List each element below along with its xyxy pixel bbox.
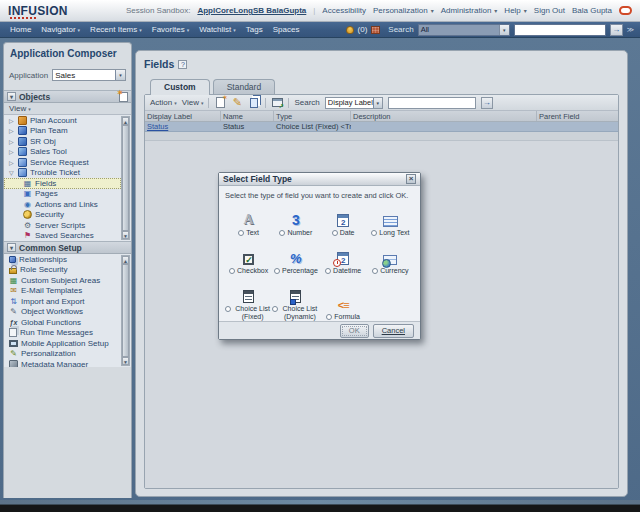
- create-object-icon[interactable]: [119, 92, 128, 102]
- list-item-personalization[interactable]: ✎ Personalization: [4, 349, 121, 360]
- tree-item-service-request[interactable]: ▷ Service Request: [4, 157, 121, 168]
- view-menu-button[interactable]: View ▾: [182, 98, 204, 107]
- list-item-import-and-export[interactable]: ⇅ Import and Export: [4, 296, 121, 307]
- cancel-button[interactable]: Cancel: [373, 324, 414, 338]
- dialog-title-bar[interactable]: Select Field Type ×: [219, 173, 420, 186]
- application-select[interactable]: Sales ▾: [52, 69, 126, 81]
- nav-navigator[interactable]: Navigator▾: [41, 25, 80, 34]
- tree-item-server-scripts[interactable]: ⚙ Server Scripts: [4, 220, 121, 231]
- administration-menu[interactable]: Administration: [441, 6, 492, 15]
- scroll-down-icon[interactable]: ▼: [122, 231, 129, 239]
- tree-item-plan-team[interactable]: ▷ Plan Team: [4, 126, 121, 137]
- tab-standard[interactable]: Standard: [213, 79, 276, 95]
- tree-item-actions-and-links[interactable]: ◉ Actions and Links: [4, 199, 121, 210]
- column-header-description[interactable]: Description: [351, 111, 537, 121]
- expand-icon[interactable]: ▷: [9, 148, 15, 155]
- radio-date[interactable]: [332, 230, 338, 236]
- tree-item-security[interactable]: Security: [4, 210, 121, 221]
- tree-item-sr-obj[interactable]: ▷ SR Obj: [4, 136, 121, 147]
- collapse-tree-icon[interactable]: ▽: [9, 169, 15, 176]
- option-datetime[interactable]: 2 Datetime: [320, 242, 367, 275]
- nav-spaces[interactable]: Spaces: [273, 25, 300, 34]
- fields-search-input[interactable]: [388, 97, 476, 109]
- tree-item-trouble-ticket[interactable]: ▽ Trouble Ticket: [4, 168, 121, 179]
- column-header-name[interactable]: Name: [221, 111, 274, 121]
- expand-icon[interactable]: ▷: [9, 117, 15, 124]
- tree-item-pages[interactable]: ▣ Pages: [4, 189, 121, 200]
- notifications-bell-icon[interactable]: [346, 26, 354, 34]
- option-long-text[interactable]: Long Text: [367, 204, 414, 237]
- scrollbar-thumb[interactable]: [122, 264, 129, 357]
- list-item-run-time-messages[interactable]: Run Time Messages: [4, 328, 121, 339]
- tab-custom[interactable]: Custom: [150, 79, 210, 95]
- personalization-menu[interactable]: Personalization: [373, 6, 428, 15]
- expand-icon[interactable]: ▷: [9, 138, 15, 145]
- collapse-icon[interactable]: ▾: [7, 243, 16, 252]
- option-choice-list-dynamic[interactable]: Choice List (Dynamic): [272, 280, 319, 321]
- radio-choice-list-fixed[interactable]: [225, 306, 231, 312]
- option-text[interactable]: A Text: [225, 204, 272, 237]
- scroll-up-icon[interactable]: ▲: [122, 117, 129, 125]
- list-item-global-functions[interactable]: ƒx Global Functions: [4, 317, 121, 328]
- radio-checkbox[interactable]: [229, 268, 235, 274]
- radio-number[interactable]: [279, 230, 285, 236]
- radio-currency[interactable]: [372, 268, 378, 274]
- close-icon[interactable]: ×: [406, 174, 416, 184]
- ok-button[interactable]: OK: [340, 324, 369, 338]
- radio-percentage[interactable]: [274, 268, 280, 274]
- option-formula[interactable]: <≡ Formula: [320, 280, 367, 321]
- list-item-mobile-application-setup[interactable]: Mobile Application Setup: [4, 338, 121, 349]
- help-menu[interactable]: Help: [504, 6, 520, 15]
- radio-datetime[interactable]: [325, 268, 331, 274]
- radio-formula[interactable]: [326, 314, 332, 320]
- column-header-type[interactable]: Type: [274, 111, 351, 121]
- expand-icon[interactable]: ▷: [9, 127, 15, 134]
- advanced-search-icon[interactable]: ≫: [627, 26, 634, 34]
- list-item-custom-subject-areas[interactable]: ▦ Custom Subject Areas: [4, 275, 121, 286]
- field-status-link[interactable]: Status: [147, 122, 168, 131]
- session-sandbox-link[interactable]: ApplCoreLongSB BalaGupta: [197, 6, 306, 15]
- nav-watchlist[interactable]: Watchlist▾: [199, 25, 236, 34]
- search-scope-select[interactable]: All ▾: [418, 24, 510, 36]
- list-item-relationships[interactable]: Relationships: [4, 254, 121, 265]
- expand-icon[interactable]: ▷: [9, 159, 15, 166]
- help-icon[interactable]: ?: [178, 60, 187, 69]
- tree-item-plan-account[interactable]: ▷ Plan Account: [4, 115, 121, 126]
- option-currency[interactable]: Currency: [367, 242, 414, 275]
- tree-item-saved-searches[interactable]: ⚑ Saved Searches: [4, 231, 121, 242]
- fields-search-go-button[interactable]: →: [481, 97, 493, 109]
- radio-choice-list-dynamic[interactable]: [272, 306, 278, 312]
- search-go-button[interactable]: →: [610, 24, 623, 36]
- chevron-down-icon[interactable]: ▾: [115, 70, 125, 80]
- list-item-object-workflows[interactable]: ✎ Object Workflows: [4, 307, 121, 318]
- nav-recent-items[interactable]: Recent Items▾: [90, 25, 142, 34]
- collapse-icon[interactable]: ▾: [7, 92, 16, 101]
- objects-accordion-header[interactable]: ▾ Objects: [4, 90, 131, 103]
- scrollbar-thumb[interactable]: [122, 125, 129, 231]
- column-header-display-label[interactable]: Display Label: [145, 111, 221, 121]
- search-column-select[interactable]: Display Label ▾: [325, 97, 383, 109]
- option-percentage[interactable]: % Percentage: [272, 242, 319, 275]
- option-choice-list-fixed[interactable]: Choice List (Fixed): [225, 280, 272, 321]
- chevron-down-icon[interactable]: ▾: [499, 25, 509, 35]
- accessibility-link[interactable]: Accessibility: [322, 6, 366, 15]
- duplicate-field-button[interactable]: [248, 97, 260, 109]
- common-setup-accordion-header[interactable]: ▾ Common Setup: [4, 241, 131, 254]
- list-item-role-security[interactable]: Role Security: [4, 265, 121, 276]
- chevron-down-icon[interactable]: ▾: [373, 98, 382, 108]
- tree-item-sales-tool[interactable]: ▷ Sales Tool: [4, 147, 121, 158]
- scroll-up-icon[interactable]: ▲: [122, 256, 129, 264]
- nav-favorites[interactable]: Favorites▾: [152, 25, 189, 34]
- tree-item-fields[interactable]: ▦ Fields: [4, 178, 121, 189]
- list-item-metadata-manager[interactable]: Metadata Manager: [4, 359, 121, 367]
- list-item-email-templates[interactable]: ✉ E-Mail Templates: [4, 286, 121, 297]
- edit-field-button[interactable]: ✎: [231, 97, 243, 109]
- view-menu-button[interactable]: View: [9, 104, 26, 113]
- option-date[interactable]: 2 Date: [320, 204, 367, 237]
- scroll-down-icon[interactable]: ▼: [122, 357, 129, 365]
- nav-home[interactable]: Home: [10, 25, 31, 34]
- nav-tags[interactable]: Tags: [246, 25, 263, 34]
- option-checkbox[interactable]: ✓ Checkbox: [225, 242, 272, 275]
- option-number[interactable]: 3 Number: [272, 204, 319, 237]
- global-search-input[interactable]: [514, 24, 606, 36]
